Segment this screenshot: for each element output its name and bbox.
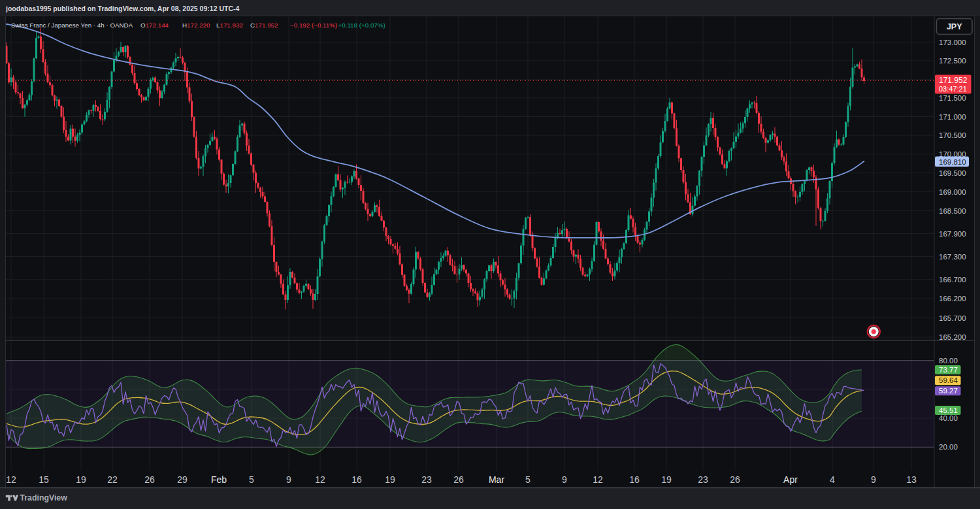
svg-text:26: 26 [144,474,155,485]
svg-text:+0.118 (+0.07%): +0.118 (+0.07%) [338,22,385,29]
svg-text:167.900: 167.900 [939,230,966,238]
svg-text:5: 5 [249,474,254,485]
svg-text:19: 19 [76,474,86,485]
svg-text:59.27: 59.27 [939,387,958,395]
svg-text:40.00: 40.00 [939,414,958,422]
svg-text:80.00: 80.00 [939,357,958,365]
svg-text:172.500: 172.500 [939,57,966,65]
svg-text:171.952: 171.952 [939,76,968,85]
svg-text:73.77: 73.77 [939,366,958,374]
svg-text:169.500: 169.500 [939,169,966,177]
svg-text:45.51: 45.51 [939,406,958,414]
svg-text:4: 4 [830,474,835,485]
svg-text:166.700: 166.700 [939,276,966,284]
svg-text:TradingView: TradingView [20,493,68,502]
svg-text:169.000: 169.000 [939,188,966,196]
svg-text:12: 12 [593,474,603,485]
svg-text:22: 22 [107,474,118,485]
svg-text:12: 12 [315,474,325,485]
svg-text:167.300: 167.300 [939,253,966,261]
svg-text:173.000: 173.000 [939,39,966,46]
svg-text:165.200: 165.200 [939,333,966,341]
svg-text:03:47:21: 03:47:21 [939,85,967,93]
svg-text:16: 16 [351,474,362,485]
svg-text:Swiss Franc / Japanese Yen · 4: Swiss Franc / Japanese Yen · 4h · OANDA [11,22,133,29]
svg-text:9: 9 [286,474,291,485]
svg-text:19: 19 [661,474,672,485]
svg-text:L171.932: L171.932 [216,22,243,29]
svg-text:Apr: Apr [783,474,798,485]
svg-text:169.810: 169.810 [939,158,966,166]
svg-text:171.500: 171.500 [939,94,966,102]
svg-text:29: 29 [177,474,188,485]
svg-text:JPY: JPY [947,22,962,31]
svg-text:O172.144: O172.144 [140,22,169,29]
svg-text:165.700: 165.700 [939,314,966,322]
svg-text:Feb: Feb [211,474,227,485]
svg-text:9: 9 [562,474,567,485]
svg-text:H172.220: H172.220 [182,22,210,29]
svg-text:171.000: 171.000 [939,113,966,121]
svg-text:C171.952: C171.952 [250,22,278,29]
svg-text:13: 13 [906,474,917,485]
svg-text:5: 5 [525,474,531,485]
svg-text:−0.192 (−0.11%): −0.192 (−0.11%) [290,22,337,29]
svg-text:20.00: 20.00 [939,443,958,451]
svg-text:joodabas1995 published on Trad: joodabas1995 published on TradingView.co… [5,5,239,12]
svg-text:19: 19 [385,474,395,485]
svg-text:23: 23 [698,474,708,485]
svg-text:26: 26 [453,474,464,485]
svg-text:26: 26 [730,474,740,485]
svg-text:9: 9 [871,474,876,485]
svg-text:23: 23 [421,474,432,485]
svg-text:166.200: 166.200 [939,295,966,303]
svg-text:59.64: 59.64 [939,376,958,384]
svg-text:16: 16 [629,474,640,485]
svg-text:Mar: Mar [489,474,504,485]
svg-text:15: 15 [39,474,49,485]
svg-text:12: 12 [6,474,16,485]
svg-text:168.500: 168.500 [939,207,966,215]
svg-text:170.500: 170.500 [939,131,966,139]
